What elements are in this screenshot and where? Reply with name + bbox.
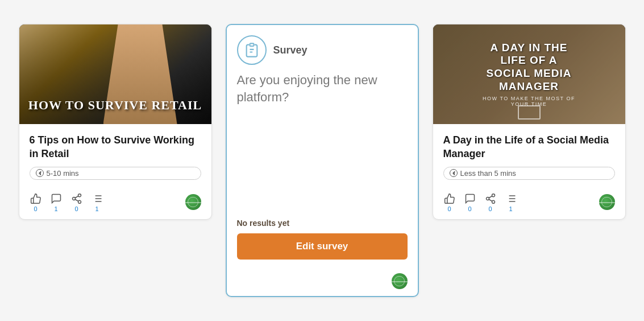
clock-icon-retail [36, 169, 44, 177]
action-like-retail[interactable]: 0 [30, 192, 42, 212]
svg-point-2 [78, 200, 81, 203]
action-share-social[interactable]: 0 [484, 192, 497, 212]
thumbnail-small-text: HOW TO MAKE THE MOST OF YOUR TIME [481, 96, 577, 107]
svg-rect-11 [250, 43, 254, 46]
cards-container: How to Survive Retail 6 Tips on How to S… [19, 24, 626, 297]
playlist-count-retail: 1 [95, 205, 98, 212]
globe-icon-retail[interactable] [185, 194, 201, 210]
survey-label: Survey [273, 44, 308, 56]
survey-icon-circle [237, 35, 267, 65]
survey-footer [227, 270, 418, 296]
clipboard-icon [244, 42, 260, 58]
svg-point-14 [492, 194, 495, 196]
playlist-count-social: 1 [509, 205, 512, 212]
survey-header: Survey [227, 25, 418, 72]
card-footer-social: 0 0 0 1 [433, 187, 625, 219]
comment-icon[interactable] [50, 192, 63, 205]
action-comment-retail[interactable]: 1 [50, 192, 63, 212]
card-body-retail: 6 Tips on How to Survive Working in Reta… [19, 124, 211, 187]
time-label-social: Less than 5 mins [460, 169, 516, 178]
card-survey: Survey Are you enjoying the new platform… [226, 24, 419, 297]
playlist-icon[interactable] [91, 192, 103, 205]
clock-icon-social [450, 169, 458, 177]
svg-line-3 [75, 199, 78, 201]
comment-count-retail: 1 [54, 205, 57, 212]
share-count-social: 0 [488, 205, 492, 212]
footer-actions-retail: 0 1 0 1 [30, 192, 103, 212]
like-count-retail: 0 [34, 205, 37, 212]
time-badge-social: Less than 5 mins [443, 167, 615, 180]
comment-count-social: 0 [468, 205, 471, 212]
card-retail: How to Survive Retail 6 Tips on How to S… [19, 24, 212, 220]
svg-line-18 [489, 196, 492, 197]
thumbs-up-icon-social[interactable] [443, 192, 456, 205]
action-playlist-social[interactable]: 1 [505, 192, 517, 212]
laptop-icon [518, 105, 541, 120]
globe-icon-survey[interactable] [392, 273, 408, 289]
card-title-retail: 6 Tips on How to Survive Working in Reta… [30, 133, 201, 161]
survey-no-results: No results yet [227, 219, 418, 233]
svg-line-4 [75, 196, 78, 197]
card-social: A DAY IN THE LIFE OF A SOCIAL MEDIA MANA… [433, 24, 626, 220]
footer-actions-social: 0 0 0 1 [443, 192, 517, 212]
thumbnail-big-text: A DAY IN THE LIFE OF A SOCIAL MEDIA MANA… [481, 42, 577, 93]
share-icon[interactable] [70, 192, 83, 205]
svg-line-17 [489, 199, 492, 201]
thumbnail-social-text: A DAY IN THE LIFE OF A SOCIAL MEDIA MANA… [481, 42, 577, 107]
globe-icon-social[interactable] [599, 194, 615, 210]
svg-point-15 [486, 197, 489, 200]
action-comment-social[interactable]: 0 [464, 192, 476, 212]
action-like-social[interactable]: 0 [443, 192, 456, 212]
action-playlist-retail[interactable]: 1 [91, 192, 103, 212]
card-title-social: A Day in the Life of a Social Media Mana… [443, 133, 615, 161]
thumbnail-retail[interactable]: How to Survive Retail [19, 24, 211, 124]
playlist-icon-social[interactable] [505, 192, 517, 205]
action-share-retail[interactable]: 0 [70, 192, 83, 212]
time-badge-retail: 5-10 mins [30, 167, 201, 180]
edit-survey-button[interactable]: Edit survey [237, 233, 408, 260]
time-label-retail: 5-10 mins [47, 169, 79, 178]
svg-point-1 [72, 197, 75, 200]
card-footer-retail: 0 1 0 1 [19, 187, 211, 219]
like-count-social: 0 [447, 205, 451, 212]
survey-question: Are you enjoying the new platform? [227, 72, 418, 114]
card-body-social: A Day in the Life of a Social Media Mana… [433, 124, 625, 187]
thumbnail-overlay-text: How to Survive Retail [19, 98, 211, 113]
share-icon-social[interactable] [484, 192, 497, 205]
thumbnail-social[interactable]: A DAY IN THE LIFE OF A SOCIAL MEDIA MANA… [433, 24, 625, 124]
svg-point-16 [492, 200, 495, 203]
svg-point-0 [78, 194, 81, 196]
share-count-retail: 0 [74, 205, 78, 212]
thumbs-up-icon[interactable] [30, 192, 42, 205]
comment-icon-social[interactable] [464, 192, 476, 205]
